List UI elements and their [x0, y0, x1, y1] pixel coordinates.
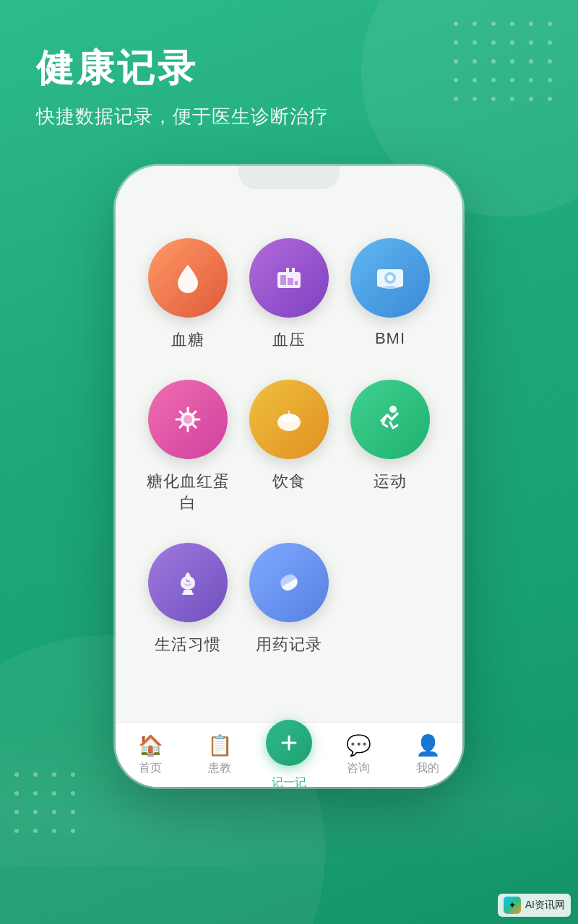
mine-icon: 👤	[415, 733, 441, 757]
medicine-label: 用药记录	[256, 634, 322, 655]
page-subtitle: 快捷数据记录，便于医生诊断治疗	[36, 104, 329, 129]
diet-label: 饮食	[272, 471, 306, 492]
svg-point-6	[387, 275, 393, 281]
blood-pressure-icon	[249, 238, 329, 318]
phone-notch	[238, 166, 340, 189]
page-title: 健康记录	[36, 43, 329, 94]
nav-label-home: 首页	[139, 761, 162, 776]
medicine-icon	[249, 543, 329, 622]
blood-pressure-label: 血压	[272, 329, 306, 351]
bmi-label: BMI	[375, 329, 405, 348]
diet-icon	[249, 380, 329, 459]
svg-line-14	[193, 424, 196, 427]
svg-line-13	[180, 411, 183, 414]
icon-item-diet[interactable]: 饮食	[246, 380, 332, 514]
dots-decoration-bottom	[14, 772, 79, 837]
nav-item-consult[interactable]: 💬 咨询	[324, 733, 393, 776]
nav-item-mine[interactable]: 👤 我的	[393, 733, 462, 776]
nav-label-consult: 咨询	[347, 761, 370, 776]
exercise-icon	[350, 380, 430, 459]
blood-sugar-icon	[148, 238, 228, 318]
dots-decoration-top	[454, 22, 556, 105]
consult-icon: 💬	[346, 733, 371, 757]
icon-item-blood-pressure[interactable]: 血压	[246, 238, 332, 351]
nav-label-education: 患教	[208, 761, 231, 776]
phone-screen: 血糖 血压	[116, 166, 462, 787]
hba1c-label: 糖化血红蛋白	[144, 471, 231, 514]
phone-mockup: 血糖 血压	[116, 166, 462, 787]
habit-label: 生活习惯	[155, 634, 221, 655]
svg-rect-3	[295, 281, 298, 285]
education-icon: 📋	[207, 733, 233, 757]
health-icons-grid: 血糖 血压	[116, 209, 462, 670]
home-icon: 🏠	[138, 733, 163, 757]
title-area: 健康记录 快捷数据记录，便于医生诊断治疗	[36, 43, 329, 129]
nav-item-record[interactable]: 记一记	[254, 720, 324, 788]
hba1c-icon	[148, 380, 228, 459]
icon-item-exercise[interactable]: 运动	[347, 380, 434, 514]
icon-item-blood-sugar[interactable]: 血糖	[144, 238, 231, 351]
nav-item-education[interactable]: 📋 患教	[185, 733, 254, 776]
watermark-icon: ✦	[504, 897, 521, 914]
watermark-text: AI资讯网	[525, 899, 565, 912]
icon-item-habit[interactable]: 生活习惯	[144, 543, 231, 655]
svg-rect-21	[182, 593, 194, 595]
nav-item-home[interactable]: 🏠 首页	[116, 733, 185, 776]
svg-line-16	[180, 424, 183, 427]
nav-label-mine: 我的	[416, 761, 439, 776]
nav-label-record: 记一记	[272, 775, 306, 788]
icon-item-hba1c[interactable]: 糖化血红蛋白	[144, 380, 231, 514]
svg-line-15	[193, 411, 196, 414]
blood-sugar-label: 血糖	[171, 329, 204, 351]
svg-rect-1	[280, 275, 286, 285]
svg-rect-2	[288, 278, 293, 285]
bmi-icon	[350, 238, 430, 318]
bottom-nav: 🏠 首页 📋 患教 记一记 💬 咨询 👤 我的	[116, 722, 462, 787]
habit-icon	[148, 543, 228, 622]
watermark: ✦ AI资讯网	[498, 894, 571, 917]
svg-point-8	[184, 415, 192, 424]
icon-item-medicine[interactable]: 用药记录	[246, 543, 332, 655]
icon-item-bmi[interactable]: BMI	[347, 238, 434, 351]
svg-point-19	[389, 406, 397, 413]
record-center-button[interactable]	[266, 720, 312, 766]
exercise-label: 运动	[374, 471, 407, 492]
